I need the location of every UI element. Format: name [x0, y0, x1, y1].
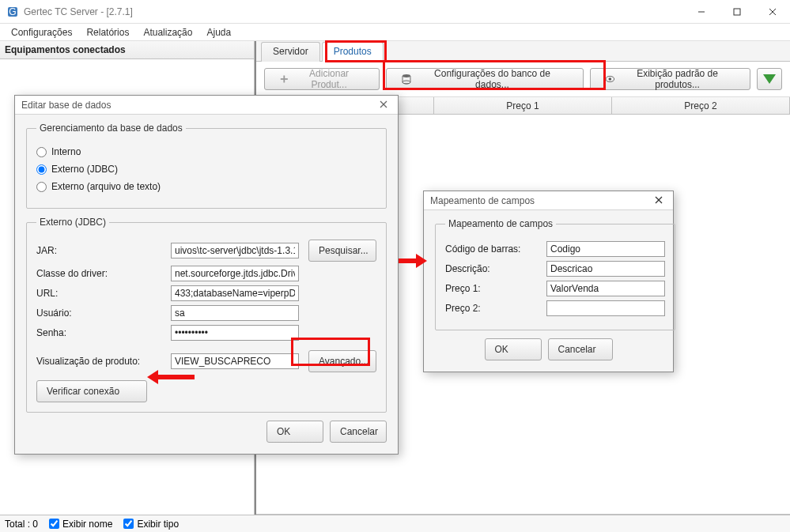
field-mapping-buttons: OK Cancelar: [435, 338, 662, 360]
lbl-pass: Senha:: [36, 327, 166, 338]
lbl-jar: JAR:: [36, 245, 166, 256]
edit-db-ok-button[interactable]: OK: [266, 421, 323, 443]
edit-db-body: Gerenciamento da base de dados Interno E…: [15, 115, 398, 454]
show-type-label: Exibir tipo: [137, 519, 179, 530]
input-price2[interactable]: [546, 300, 665, 316]
col-price1[interactable]: Preço 1: [434, 97, 612, 114]
col-price2[interactable]: Preço 2: [612, 97, 790, 114]
input-price1[interactable]: [546, 281, 665, 296]
verify-connection-button[interactable]: Verificar conexão: [36, 380, 147, 402]
radio-jdbc[interactable]: [36, 164, 47, 175]
lbl-url: URL:: [36, 288, 166, 299]
add-product-button[interactable]: Adicionar Produt...: [264, 68, 380, 90]
input-desc[interactable]: [546, 261, 665, 277]
tabs-bar: Servidor Produtos: [256, 41, 790, 62]
row-driver: Classe do driver:: [36, 266, 376, 281]
maximize-button[interactable]: [719, 0, 754, 24]
input-view[interactable]: [171, 353, 299, 369]
svg-point-9: [402, 81, 410, 84]
edit-db-dialog: Editar base de dados Gerenciamento da ba…: [14, 95, 399, 455]
radio-text-label: Externo (arquivo de texto): [51, 181, 161, 192]
input-user[interactable]: [171, 305, 299, 321]
lbl-user: Usuário:: [36, 308, 166, 319]
left-panel-header: Equipamentos conectados: [0, 41, 254, 59]
arrow-to-mapping: [399, 254, 427, 268]
field-mapping-group: Mapeamento de campos Código de barras: D…: [435, 218, 675, 330]
status-total: Total : 0: [5, 519, 38, 530]
minimize-button[interactable]: [683, 0, 719, 24]
row-barcode: Código de barras:: [445, 241, 665, 257]
radio-row-jdbc[interactable]: Externo (JDBC): [36, 164, 376, 175]
field-mapping-body: Mapeamento de campos Código de barras: D…: [424, 210, 673, 372]
menu-reports[interactable]: Relatórios: [80, 25, 135, 40]
edit-db-titlebar: Editar base de dados: [15, 96, 398, 115]
input-pass[interactable]: [171, 325, 299, 341]
field-mapping-legend: Mapeamento de campos: [445, 218, 556, 229]
svg-rect-3: [734, 9, 740, 15]
browse-jar-button[interactable]: Pesquisar...: [308, 240, 376, 262]
lbl-driver: Classe do driver:: [36, 268, 166, 279]
show-name-checkbox[interactable]: [49, 519, 59, 529]
show-name-label: Exibir nome: [62, 519, 112, 530]
field-mapping-ok-button[interactable]: OK: [485, 338, 542, 360]
svg-point-8: [402, 74, 410, 77]
row-jar: JAR: Pesquisar...: [36, 240, 376, 262]
radio-row-internal[interactable]: Interno: [36, 146, 376, 157]
radio-internal-label: Interno: [51, 146, 81, 157]
db-management-group: Gerenciamento da base de dados Interno E…: [26, 123, 387, 209]
app-icon: G: [6, 6, 19, 18]
menu-config[interactable]: Configurações: [5, 25, 78, 40]
close-icon: [380, 100, 387, 108]
radio-jdbc-label: Externo (JDBC): [51, 164, 118, 175]
show-name-checkbox-wrap[interactable]: Exibir nome: [49, 519, 112, 530]
svg-text:G: G: [9, 6, 16, 17]
menu-help[interactable]: Ajuda: [200, 25, 237, 40]
field-mapping-titlebar: Mapeamento de campos: [424, 191, 673, 210]
row-price2: Preço 2:: [445, 300, 665, 316]
radio-internal[interactable]: [36, 147, 47, 157]
db-management-legend: Gerenciamento da base de dados: [36, 123, 186, 134]
show-type-checkbox-wrap[interactable]: Exibir tipo: [123, 519, 179, 530]
filter-button[interactable]: [757, 68, 782, 90]
default-view-label: Exibição padrão de produtos...: [619, 68, 735, 90]
field-mapping-cancel-button[interactable]: Cancelar: [548, 338, 613, 360]
tab-server[interactable]: Servidor: [261, 42, 320, 62]
db-config-button[interactable]: Configurações do banco de dados...: [386, 68, 584, 90]
radio-row-text[interactable]: Externo (arquivo de texto): [36, 181, 376, 192]
field-mapping-close-button[interactable]: [651, 195, 667, 206]
filter-icon: [763, 74, 776, 84]
jdbc-group: Externo (JDBC) JAR: Pesquisar... Classe …: [26, 217, 387, 413]
plus-icon: [279, 74, 289, 85]
row-price1: Preço 1:: [445, 281, 665, 296]
window-title: Gertec TC Server - [2.7.1]: [24, 6, 683, 17]
radio-text[interactable]: [36, 182, 47, 192]
input-driver[interactable]: [171, 266, 299, 281]
row-view: Visualização de produto: Avançado...: [36, 350, 376, 372]
row-desc: Descrição:: [445, 261, 665, 277]
default-view-button[interactable]: Exibição padrão de produtos...: [590, 68, 751, 90]
database-icon: [401, 74, 412, 85]
tab-products[interactable]: Produtos: [322, 42, 384, 62]
lbl-price2: Preço 2:: [445, 303, 542, 314]
close-icon: [655, 196, 663, 204]
lbl-desc: Descrição:: [445, 263, 542, 274]
input-jar[interactable]: [171, 243, 299, 258]
svg-point-11: [608, 77, 611, 81]
jdbc-legend: Externo (JDBC): [36, 217, 109, 228]
field-mapping-title: Mapeamento de campos: [430, 195, 535, 206]
input-url[interactable]: [171, 285, 299, 301]
db-config-label: Configurações do banco de dados...: [416, 68, 568, 90]
show-type-checkbox[interactable]: [123, 519, 134, 529]
menubar: Configurações Relatórios Atualização Aju…: [0, 24, 790, 41]
products-toolbar: Adicionar Produt... Configurações do ban…: [256, 62, 790, 97]
row-user: Usuário:: [36, 305, 376, 321]
close-button[interactable]: [754, 0, 790, 24]
menu-update[interactable]: Atualização: [137, 25, 198, 40]
advanced-button[interactable]: Avançado...: [308, 350, 376, 372]
edit-db-cancel-button[interactable]: Cancelar: [330, 421, 387, 443]
input-barcode[interactable]: [546, 241, 665, 257]
row-pass: Senha:: [36, 325, 376, 341]
edit-db-close-button[interactable]: [376, 100, 391, 111]
lbl-price1: Preço 1:: [445, 283, 542, 294]
arrow-to-verify: [147, 370, 195, 384]
